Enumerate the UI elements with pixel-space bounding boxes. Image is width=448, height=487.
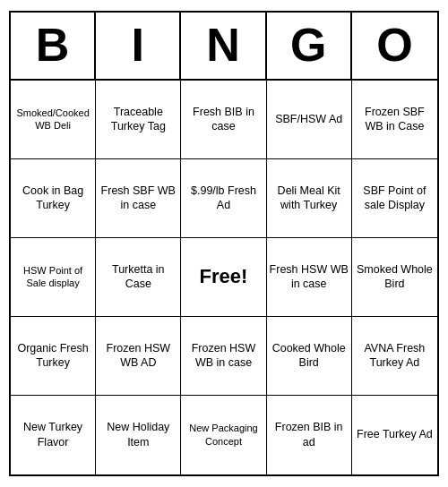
bingo-cell-9[interactable]: SBF Point of sale Display (352, 159, 437, 238)
bingo-cell-18[interactable]: Cooked Whole Bird (267, 317, 352, 396)
bingo-cell-6[interactable]: Fresh SBF WB in case (96, 159, 181, 238)
bingo-cell-4[interactable]: Frozen SBF WB in Case (352, 81, 437, 159)
header-letter-o: O (352, 13, 437, 78)
bingo-cell-16[interactable]: Frozen HSW WB AD (96, 317, 181, 396)
bingo-cell-14[interactable]: Smoked Whole Bird (352, 238, 437, 317)
bingo-grid: Smoked/Cooked WB DeliTraceable Turkey Ta… (11, 81, 437, 474)
bingo-cell-20[interactable]: New Turkey Flavor (11, 396, 96, 474)
header-letter-b: B (11, 13, 96, 78)
bingo-cell-7[interactable]: $.99/lb Fresh Ad (181, 159, 266, 238)
bingo-cell-3[interactable]: SBF/HSW Ad (267, 81, 352, 159)
bingo-cell-8[interactable]: Deli Meal Kit with Turkey (267, 159, 352, 238)
header-letter-i: I (96, 13, 181, 78)
bingo-card: BINGO Smoked/Cooked WB DeliTraceable Tur… (9, 11, 439, 475)
bingo-cell-5[interactable]: Cook in Bag Turkey (11, 159, 96, 238)
bingo-cell-2[interactable]: Fresh BIB in case (181, 81, 266, 159)
bingo-cell-19[interactable]: AVNA Fresh Turkey Ad (352, 317, 437, 396)
bingo-cell-17[interactable]: Frozen HSW WB in case (181, 317, 266, 396)
bingo-cell-15[interactable]: Organic Fresh Turkey (11, 317, 96, 396)
bingo-cell-22[interactable]: New Packaging Concept (181, 396, 266, 474)
bingo-cell-1[interactable]: Traceable Turkey Tag (96, 81, 181, 159)
bingo-cell-10[interactable]: HSW Point of Sale display (11, 238, 96, 317)
header-letter-n: N (181, 13, 266, 78)
bingo-cell-21[interactable]: New Holiday Item (96, 396, 181, 474)
header-letter-g: G (267, 13, 352, 78)
bingo-cell-23[interactable]: Frozen BIB in ad (267, 396, 352, 474)
bingo-cell-0[interactable]: Smoked/Cooked WB Deli (11, 81, 96, 159)
bingo-cell-11[interactable]: Turketta in Case (96, 238, 181, 317)
bingo-cell-13[interactable]: Fresh HSW WB in case (267, 238, 352, 317)
bingo-cell-12[interactable]: Free! (181, 238, 266, 317)
bingo-cell-24[interactable]: Free Turkey Ad (352, 396, 437, 474)
bingo-header: BINGO (11, 13, 437, 80)
